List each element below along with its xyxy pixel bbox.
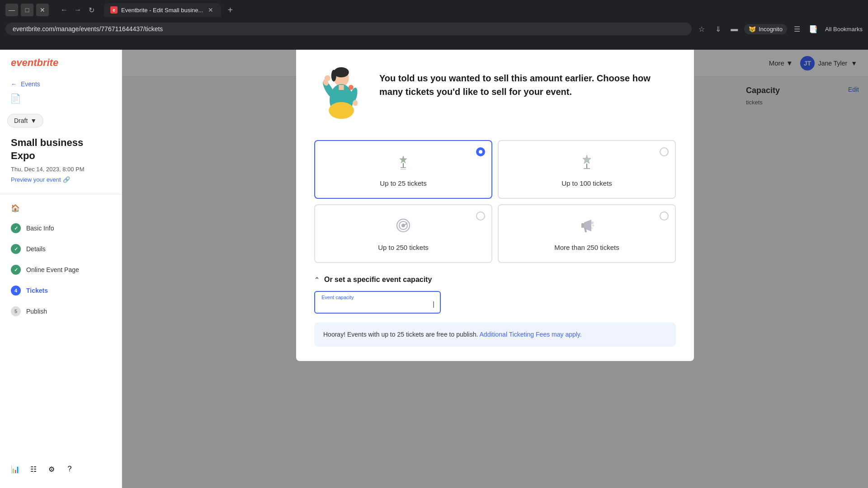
chevron-up-icon: ⌃ — [314, 276, 320, 283]
preview-event-link[interactable]: Preview your event 🔗 — [0, 174, 122, 190]
ticket-option-more-than-250[interactable]: More than 250 tickets — [498, 204, 676, 263]
capacity-toggle[interactable]: ⌃ Or set a specific event capacity — [314, 276, 676, 284]
step-complete-icon-2: ✓ — [11, 244, 21, 254]
analytics-icon[interactable]: 📊 — [11, 465, 20, 474]
external-link-icon: 🔗 — [63, 176, 70, 183]
ticket-icon-up-to-250 — [394, 216, 412, 238]
home-icon: 🏠 — [11, 203, 20, 212]
ticket-icon-more-than-250 — [578, 216, 596, 238]
sidebar-item-publish[interactable]: 5 Publish — [0, 301, 122, 322]
svg-point-16 — [592, 224, 594, 226]
svg-point-2 — [331, 70, 336, 81]
active-tab[interactable]: e Eventbrite - Edit Small busine... ✕ — [104, 3, 221, 17]
event-title: Small business Expo — [0, 133, 122, 164]
sidebar-item-basic-info[interactable]: ✓ Basic Info — [0, 218, 122, 239]
step-complete-icon-3: ✓ — [11, 265, 21, 275]
svg-point-8 — [353, 100, 358, 106]
reload-button[interactable]: ↻ — [85, 4, 98, 16]
svg-point-11 — [349, 85, 354, 90]
modal-overlay: You told us you wanted to sell this amou… — [122, 50, 868, 488]
sidebar-logo: eventbrite — [0, 57, 122, 78]
ticket-option-up-to-250[interactable]: Up to 250 tickets — [314, 204, 492, 263]
profile-button[interactable]: ☰ — [791, 23, 803, 35]
sidebar-label-online-event-page: Online Event Page — [26, 266, 79, 273]
step-active-icon: 4 — [11, 286, 21, 296]
modal-container: You told us you wanted to sell this amou… — [296, 50, 694, 361]
incognito-label: Incognito — [759, 26, 783, 33]
favicon-letter: e — [113, 8, 115, 13]
modal-header: You told us you wanted to sell this amou… — [314, 64, 676, 127]
sidebar-divider — [0, 194, 122, 194]
capacity-toggle-label: Or set a specific event capacity — [324, 276, 432, 284]
radio-up-to-100 — [660, 147, 669, 156]
ticket-icon-up-to-25 — [394, 152, 412, 174]
sidebar-label-publish: Publish — [26, 308, 47, 315]
sidebar-label-basic-info: Basic Info — [26, 225, 54, 232]
close-button[interactable]: ✕ — [36, 4, 49, 16]
minimize-button[interactable]: — — [5, 4, 18, 16]
capacity-input-wrapper: Event capacity | — [314, 291, 441, 314]
draft-dropdown[interactable]: Draft ▼ — [7, 114, 43, 127]
info-banner-link[interactable]: Additional Ticketing Fees may apply. — [480, 331, 582, 338]
sidebar-item-home[interactable]: 🏠 — [0, 198, 122, 218]
ticket-label-up-to-25: Up to 25 tickets — [380, 179, 426, 187]
svg-point-17 — [591, 227, 593, 229]
chevron-left-icon: ← — [11, 80, 17, 88]
logo-text: eventbrite — [11, 57, 58, 68]
back-button[interactable]: ← — [58, 4, 71, 16]
draft-chevron-icon: ▼ — [30, 117, 37, 124]
events-link-label: Events — [21, 80, 40, 88]
svg-rect-4 — [339, 85, 344, 90]
svg-point-9 — [329, 102, 354, 119]
all-bookmarks-label: All Bookmarks — [825, 26, 863, 33]
svg-point-10 — [325, 75, 330, 81]
incognito-badge: 😿 Incognito — [744, 24, 787, 34]
step-complete-icon: ✓ — [11, 223, 21, 233]
modal-illustration — [314, 64, 368, 127]
sidebar-item-tickets[interactable]: 4 Tickets — [0, 280, 122, 301]
radio-up-to-25 — [476, 147, 485, 156]
sidebar-item-events[interactable]: ← Events — [7, 78, 114, 90]
sidebar-label-details: Details — [26, 245, 46, 253]
ticket-label-up-to-250: Up to 250 tickets — [378, 244, 429, 251]
download-button[interactable]: ⇓ — [712, 23, 724, 35]
ticket-options-grid: Up to 25 tickets Up to 100 tickets — [314, 140, 676, 263]
extensions-button[interactable]: ▬ — [728, 23, 741, 35]
new-tab-button[interactable]: + — [224, 4, 236, 16]
step-inactive-icon: 5 — [11, 306, 21, 316]
address-bar[interactable] — [5, 23, 692, 35]
bookmarks-sidebar-button[interactable]: 📑 — [807, 23, 820, 35]
ticket-icon-up-to-100 — [578, 152, 596, 174]
sidebar-item-details[interactable]: ✓ Details — [0, 239, 122, 259]
grid-icon[interactable]: ☷ — [29, 465, 38, 474]
incognito-icon: 😿 — [749, 26, 756, 33]
ticket-option-up-to-100[interactable]: Up to 100 tickets — [498, 140, 676, 199]
event-date: Thu, Dec 14, 2023, 8:00 PM — [0, 164, 122, 174]
maximize-button[interactable]: □ — [21, 4, 33, 16]
tab-title: Eventbrite - Edit Small busine... — [121, 7, 203, 14]
main-content: More ▼ JT Jane Tyler ▼ Capacity Edit tic… — [122, 50, 868, 488]
radio-more-than-250 — [660, 211, 669, 221]
settings-icon[interactable]: ⚙ — [47, 465, 56, 474]
forward-button[interactable]: → — [71, 4, 84, 16]
ticket-option-up-to-25[interactable]: Up to 25 tickets — [314, 140, 492, 199]
sidebar-item-online-event-page[interactable]: ✓ Online Event Page — [0, 259, 122, 280]
page-icon: 📄 — [11, 94, 20, 103]
sidebar: eventbrite ← Events 📄 Draft ▼ Small busi… — [0, 50, 122, 488]
info-banner-text: Hooray! Events with up to 25 tickets are… — [323, 331, 478, 338]
info-banner: Hooray! Events with up to 25 tickets are… — [314, 323, 676, 347]
sidebar-label-tickets: Tickets — [26, 287, 48, 294]
radio-up-to-250 — [476, 211, 485, 221]
bookmark-button[interactable]: ☆ — [695, 23, 708, 35]
help-icon[interactable]: ? — [65, 465, 74, 474]
tab-close-button[interactable]: ✕ — [207, 6, 215, 14]
modal-header-text: You told us you wanted to sell this amou… — [379, 64, 676, 99]
tab-favicon: e — [110, 6, 118, 14]
ticket-label-up-to-100: Up to 100 tickets — [561, 179, 612, 187]
draft-label: Draft — [14, 117, 28, 124]
capacity-section: ⌃ Or set a specific event capacity Event… — [314, 276, 676, 314]
ticket-label-more-than-250: More than 250 tickets — [554, 244, 619, 251]
svg-point-15 — [591, 221, 594, 224]
modal-title: You told us you wanted to sell this amou… — [379, 71, 676, 99]
capacity-input[interactable] — [314, 291, 441, 314]
